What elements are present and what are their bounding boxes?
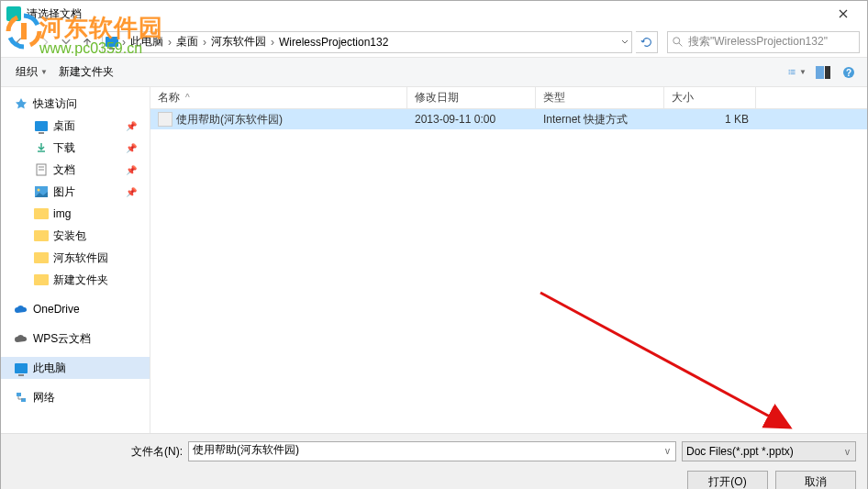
breadcrumb-item[interactable]: 桌面 [174,34,200,50]
filetype-filter[interactable]: Doc Files(*.ppt *.pptx) [682,441,856,461]
titlebar: 请选择文档 [1,1,867,27]
help-icon: ? [842,66,855,79]
svg-point-1 [673,37,680,43]
sidebar-label: 安装包 [53,228,86,244]
chevron-right-icon: › [168,36,172,49]
sidebar-label: 新建文件夹 [53,272,108,288]
sidebar-network[interactable]: 网络 [1,386,150,408]
sidebar-label: img [53,207,71,220]
sidebar-hedong-folder[interactable]: 河东软件园 [1,247,150,269]
cancel-button[interactable]: 取消 [775,471,856,489]
back-button[interactable] [8,31,30,53]
col-size[interactable]: 大小 [664,87,756,108]
search-icon [672,36,684,49]
svg-rect-8 [816,66,824,79]
sidebar-label: 文档 [53,162,75,178]
organize-menu[interactable]: 组织 ▼ [10,64,53,80]
monitor-icon [14,361,28,375]
toolbar: 组织 ▼ 新建文件夹 ▼ ? [1,58,867,87]
col-name[interactable]: 名称 ^ [150,87,407,108]
sidebar-onedrive[interactable]: OneDrive [1,298,150,320]
sidebar-quickaccess[interactable]: 快速访问 [1,93,150,115]
newfolder-button[interactable]: 新建文件夹 [53,64,119,80]
col-modified[interactable]: 修改日期 [407,87,536,108]
forward-button[interactable] [34,31,56,53]
close-button[interactable] [825,1,862,27]
refresh-icon [640,36,653,49]
monitor-icon [34,118,49,133]
sidebar-thispc[interactable]: 此电脑 [1,357,150,379]
sidebar: 快速访问 桌面 📌 下载 📌 文档 📌 图片 📌 [1,87,150,433]
recent-dropdown[interactable] [60,31,72,53]
open-button[interactable]: 打开(O) [687,471,768,489]
network-icon [14,390,28,405]
search-placeholder: 搜索"WirelessProjection132" [688,34,828,50]
close-icon [839,9,848,18]
preview-pane-button[interactable] [814,63,832,82]
chevron-right-icon: › [271,36,274,49]
file-type: Internet 快捷方式 [536,112,664,128]
preview-pane-icon [816,66,830,79]
sidebar-newfolder-folder[interactable]: 新建文件夹 [1,269,150,291]
chevron-right-icon: › [122,36,126,49]
view-list-icon [788,66,796,79]
file-area: 名称 ^ 修改日期 类型 大小 使用帮助(河东软件园) [150,87,867,433]
search-input[interactable]: 搜索"WirelessProjection132" [667,31,860,53]
bottom-panel: 文件名(N): 使用帮助(河东软件园) Doc Files(*.ppt *.pp… [1,433,867,489]
sidebar-downloads[interactable]: 下载 📌 [1,137,150,159]
sidebar-installer-folder[interactable]: 安装包 [1,225,150,247]
sidebar-label: 图片 [53,184,75,200]
breadcrumb-dropdown[interactable] [620,38,629,47]
star-icon [14,96,28,111]
sidebar-wps[interactable]: WPS云文档 [1,328,150,350]
breadcrumb-item[interactable]: 此电脑 [128,34,165,50]
filename-value: 使用帮助(河东软件园) [193,443,299,456]
sidebar-label: 此电脑 [33,361,66,376]
forward-icon [39,36,51,49]
filename-label: 文件名(N): [131,444,183,460]
col-size-label: 大小 [672,90,694,106]
sidebar-desktop[interactable]: 桌面 📌 [1,115,150,137]
col-type[interactable]: 类型 [536,87,664,108]
refresh-button[interactable] [636,31,658,53]
sort-asc-icon: ^ [185,93,190,103]
sidebar-label: WPS云文档 [33,331,91,347]
chevron-down-icon: ▼ [40,68,48,76]
col-modified-label: 修改日期 [415,90,459,106]
svg-rect-9 [825,66,830,79]
navbar: › 此电脑 › 桌面 › 河东软件园 › WirelessProjection1… [1,27,867,58]
col-name-label: 名称 [158,90,180,106]
file-modified: 2013-09-11 0:00 [407,113,536,126]
help-button[interactable]: ? [840,63,858,82]
sidebar-img-folder[interactable]: img [1,203,150,225]
back-icon [13,36,26,49]
sidebar-label: 快速访问 [33,96,77,112]
sidebar-pictures[interactable]: 图片 📌 [1,181,150,203]
col-type-label: 类型 [543,90,565,106]
folder-icon [34,228,49,243]
breadcrumb-item[interactable]: 河东软件园 [209,34,268,50]
newfolder-label: 新建文件夹 [59,64,114,80]
breadcrumb[interactable]: › 此电脑 › 桌面 › 河东软件园 › WirelessProjection1… [102,31,632,53]
shortcut-icon [158,112,172,127]
window-title: 请选择文档 [27,6,825,22]
svg-rect-2 [789,69,791,70]
up-button[interactable] [76,31,98,53]
filename-input[interactable]: 使用帮助(河东软件园) [188,441,676,461]
pin-icon: 📌 [126,187,137,197]
sidebar-label: OneDrive [33,303,80,316]
view-options-button[interactable]: ▼ [788,63,807,82]
file-row[interactable]: 使用帮助(河东软件园) 2013-09-11 0:00 Internet 快捷方… [150,109,867,129]
folder-icon [34,272,49,287]
column-header: 名称 ^ 修改日期 类型 大小 [150,87,867,109]
chevron-down-icon [60,36,72,49]
svg-rect-17 [17,393,21,396]
organize-label: 组织 [16,64,38,80]
file-list[interactable]: 使用帮助(河东软件园) 2013-09-11 0:00 Internet 快捷方… [150,109,867,433]
svg-rect-3 [791,69,796,70]
sidebar-documents[interactable]: 文档 📌 [1,159,150,181]
breadcrumb-item[interactable]: WirelessProjection132 [277,36,390,49]
chevron-down-icon: ▼ [799,68,807,76]
cloud-icon [14,331,28,346]
up-icon [81,36,94,49]
